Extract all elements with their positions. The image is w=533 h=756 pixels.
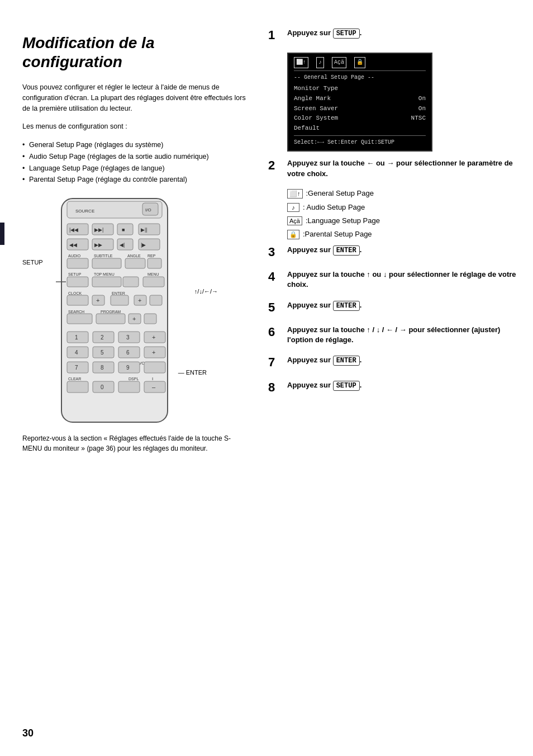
svg-rect-47 <box>67 314 92 324</box>
svg-text:■: ■ <box>122 227 125 233</box>
sp-language: Açä :Language Setup Page <box>287 216 516 225</box>
caption-text: Reportez-vous à la section « Réglages ef… <box>22 433 246 453</box>
svg-rect-32 <box>67 277 88 287</box>
bullet-item-3: Language Setup Page (réglages de langue) <box>22 163 246 174</box>
svg-rect-26 <box>125 258 145 268</box>
step-2: 2 Appuyez sur la touche ← ou → pour séle… <box>268 158 516 178</box>
sp-icon-audio: ♪ <box>287 203 299 212</box>
svg-rect-75 <box>144 362 165 373</box>
svg-text:TOP MENU: TOP MENU <box>94 272 115 276</box>
svg-text:SETUP: SETUP <box>68 272 82 276</box>
left-bar-marker <box>0 223 4 245</box>
step-3: 3 Appuyez sur ENTER. <box>268 245 516 259</box>
svg-text:SEARCH: SEARCH <box>68 310 84 314</box>
bullet-item-4: Parental Setup Page (réglage du contrôle… <box>22 174 246 185</box>
svg-rect-82 <box>118 381 140 393</box>
step-1-number: 1 <box>268 28 282 42</box>
right-column: 1 Appuyez sur SETUP. ⬜↑ ♪ Açä 🔒 -- Gener… <box>257 17 533 739</box>
page-container: Modification de la configuration Vous po… <box>0 0 533 756</box>
remote-svg: SOURCE I/O |◀◀ ▶▶| ■ ▶|| ◀◀ <box>56 193 173 428</box>
svg-text:+: + <box>138 297 141 304</box>
menu-row-default: Default <box>294 124 426 134</box>
sp-icon-language: Açä <box>287 216 302 225</box>
step-2-number: 2 <box>268 158 282 173</box>
svg-rect-51 <box>144 314 156 324</box>
arrows-label: ↑/↓/←/→ <box>194 288 218 295</box>
svg-text:|◀◀: |◀◀ <box>69 227 78 233</box>
menu-subtitle: -- General Setup Page -- <box>294 73 426 82</box>
menu-row-screen-saver: Screen Saver On <box>294 104 426 114</box>
svg-text:AUDIO: AUDIO <box>68 254 81 258</box>
svg-rect-35 <box>143 277 164 287</box>
step-2-content: Appuyez sur la touche ← ou → pour sélect… <box>287 158 516 178</box>
step-3-number: 3 <box>268 245 282 259</box>
menu-intro: Les menus de configuration sont : <box>22 121 246 132</box>
menu-row-color: Color System NTSC <box>294 114 426 124</box>
sp-audio: ♪ : Audio Setup Page <box>287 203 516 212</box>
menu-footer: Select:←→ Set:Enter Quit:SETUP <box>294 135 426 147</box>
icon-language: Açä <box>332 57 346 68</box>
intro-paragraph: Vous pouvez configurer et régler le lect… <box>22 82 246 114</box>
bullet-item-2: Audio Setup Page (réglages de la sortie … <box>22 152 246 162</box>
step-6-number: 6 <box>268 325 282 339</box>
step-7-number: 7 <box>268 355 282 370</box>
setup-pages-list: ⬜↑ :General Setup Page ♪ : Audio Setup P… <box>287 189 516 239</box>
remote-diagram: SETUP SOURCE I/O |◀◀ ▶▶ <box>22 193 246 428</box>
svg-rect-48 <box>96 314 125 324</box>
step-6: 6 Appuyez sur la touche ↑ / ↓ / ← / → po… <box>268 325 516 345</box>
svg-rect-34 <box>123 277 139 287</box>
svg-text:▶▶|: ▶▶| <box>94 227 103 233</box>
svg-text:+: + <box>132 315 136 322</box>
step-1: 1 Appuyez sur SETUP. <box>268 28 516 42</box>
svg-text:1: 1 <box>75 334 78 341</box>
svg-text:DSPL: DSPL <box>129 377 139 381</box>
menu-row-monitor: Monitor Type <box>294 84 426 94</box>
svg-text:2: 2 <box>101 334 104 341</box>
svg-text:◀◀: ◀◀ <box>69 242 77 248</box>
step-5-content: Appuyez sur ENTER. <box>287 300 516 311</box>
svg-text:+: + <box>96 297 99 304</box>
step-8: 8 Appuyez sur SETUP. <box>268 380 516 395</box>
step-7-content: Appuyez sur ENTER. <box>287 355 516 366</box>
page-title: Modification de la configuration <box>22 34 246 71</box>
svg-text:SUBTITLE: SUBTITLE <box>94 254 113 258</box>
svg-text:▶▶: ▶▶ <box>94 242 102 248</box>
icon-audio: ♪ <box>316 57 324 68</box>
svg-rect-9 <box>117 224 133 235</box>
svg-text:3: 3 <box>126 334 130 341</box>
setup-screen: ⬜↑ ♪ Açä 🔒 -- General Setup Page -- Moni… <box>287 53 432 152</box>
sp-label-audio: : Audio Setup Page <box>303 203 365 211</box>
step-8-number: 8 <box>268 380 282 395</box>
step-7: 7 Appuyez sur ENTER. <box>268 355 516 370</box>
step-4-number: 4 <box>268 270 282 284</box>
svg-text:CLEAR: CLEAR <box>68 377 81 381</box>
svg-text:7: 7 <box>75 365 78 371</box>
step-3-content: Appuyez sur ENTER. <box>287 245 516 256</box>
bullet-item-1: General Setup Page (réglages du système) <box>22 140 246 150</box>
svg-rect-33 <box>92 277 121 287</box>
svg-text:I/O: I/O <box>145 207 151 212</box>
svg-rect-28 <box>147 258 161 268</box>
svg-text:5: 5 <box>101 349 104 356</box>
svg-rect-79 <box>67 381 88 393</box>
remote-setup-label: SETUP <box>22 259 43 266</box>
sp-label-parental: :Parental Setup Page <box>303 230 372 238</box>
step-5-number: 5 <box>268 300 282 315</box>
sp-icon-parental: 🔒 <box>287 230 299 239</box>
svg-text:ANGLE: ANGLE <box>127 254 141 258</box>
step-6-content: Appuyez sur la touche ↑ / ↓ / ← / → pour… <box>287 325 516 345</box>
step-4-content: Appuyez sur la touche ↑ ou ↓ pour sélect… <box>287 270 516 290</box>
sp-label-language: :Language Setup Page <box>306 216 380 225</box>
left-column: Modification de la configuration Vous po… <box>0 17 257 739</box>
enter-label-remote: — ENTER <box>178 369 207 376</box>
sp-icon-general: ⬜↑ <box>287 189 303 199</box>
remote-wrapper: SOURCE I/O |◀◀ ▶▶| ■ ▶|| ◀◀ <box>56 193 173 428</box>
svg-text:PROGRAM: PROGRAM <box>101 310 121 314</box>
svg-text:6: 6 <box>126 349 130 356</box>
svg-text:9: 9 <box>126 365 130 371</box>
svg-text:CLOCK: CLOCK <box>68 291 82 295</box>
step-5: 5 Appuyez sur ENTER. <box>268 300 516 315</box>
menu-row-angle: Angle Mark On <box>294 94 426 104</box>
svg-text:◀|: ◀| <box>120 242 125 248</box>
svg-text:8: 8 <box>101 365 104 371</box>
